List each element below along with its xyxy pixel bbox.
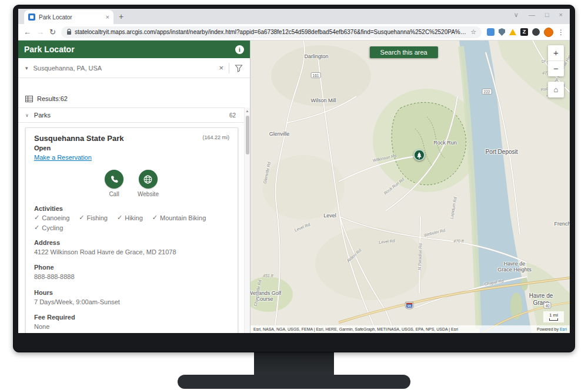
place-label: Glenville [269, 131, 290, 137]
esri-link[interactable]: Esri [560, 327, 567, 331]
reservation-link[interactable]: Make a Reservation [34, 154, 92, 161]
phone-icon[interactable] [105, 170, 123, 189]
scale-line [549, 318, 558, 321]
address-value: 4122 Wilkinson Road Havre de Grace, MD 2… [34, 248, 229, 256]
call-action[interactable]: Call [105, 170, 123, 197]
place-label: Port Deposit [485, 149, 517, 155]
z-extension-icon[interactable]: Z [520, 28, 528, 36]
tab-title: Park Locator [39, 14, 102, 21]
back-icon[interactable]: ← [24, 28, 31, 36]
zoom-out-button[interactable]: − [548, 61, 564, 76]
chevron-down-icon: ∨ [25, 113, 29, 118]
app-content: Park Locator i ▾ × Results:62 [18, 41, 570, 333]
activity-item: ✓Mountain Biking [152, 214, 206, 221]
scroll-up-icon[interactable]: ▲ [245, 109, 250, 113]
panel-scrollbar[interactable]: ▲ [244, 107, 250, 333]
filter-icon[interactable] [235, 64, 243, 72]
app-header: Park Locator i [18, 41, 250, 58]
scrollbar-thumb[interactable] [246, 116, 249, 154]
route-shield: 161 [311, 72, 321, 78]
parks-group-count: 62 [229, 112, 243, 119]
home-extent-button[interactable]: ⌂ [548, 82, 564, 98]
park-result-card[interactable]: Susquehanna State Park (164.22 mi) Open … [25, 127, 238, 333]
phone-value: 888-888-8888 [34, 273, 229, 281]
fee-section: Fee Required None [34, 314, 229, 331]
elevation-label: 451 ft [263, 274, 273, 278]
tab-close-icon[interactable]: × [106, 14, 109, 21]
zoom-control: + − [548, 45, 564, 76]
parks-group-label: Parks [34, 112, 224, 119]
address-section: Address 4122 Wilkinson Road Havre de Gra… [34, 239, 229, 256]
results-count-label: Results:62 [37, 95, 68, 102]
paw-extension-icon[interactable] [532, 28, 540, 36]
place-label: Wilson Mill [310, 98, 336, 103]
check-icon: ✓ [79, 214, 84, 221]
check-icon: ✓ [117, 214, 122, 221]
browser-window: Park Locator × + ∨ — □ × ← → ↻ stateloca… [18, 9, 570, 333]
place-label: Darlington [304, 53, 328, 59]
close-icon[interactable]: × [559, 12, 563, 18]
monitor-stand-neck [254, 350, 334, 377]
tab-favicon-icon [28, 14, 35, 21]
park-distance: (164.22 mi) [202, 134, 229, 140]
bookmark-star-icon[interactable]: ☆ [470, 28, 476, 36]
shield-extension-icon[interactable] [499, 28, 505, 36]
new-tab-button[interactable]: + [119, 12, 123, 21]
monitor-frame: Park Locator × + ∨ — □ × ← → ↻ stateloca… [13, 5, 575, 352]
phone-heading: Phone [34, 264, 229, 271]
url-text: statelocaltryit.maps.arcgis.com/apps/ins… [75, 29, 467, 35]
website-action[interactable]: Website [138, 170, 159, 197]
scale-bar: 1 mi [543, 311, 564, 322]
card-actions: Call Website [34, 170, 229, 197]
check-icon: ✓ [34, 214, 39, 221]
activity-label: Canoeing [42, 214, 69, 221]
activities-section: Activities ✓Canoeing ✓Fishing ✓Hiking ✓M… [34, 205, 229, 231]
warning-extension-icon[interactable] [509, 29, 516, 35]
app-title: Park Locator [24, 45, 75, 54]
browser-tabstrip: Park Locator × + ∨ — □ × [18, 9, 570, 24]
phone-section: Phone 888-888-8888 [34, 264, 229, 281]
fee-heading: Fee Required [34, 314, 229, 321]
activity-item: ✓Fishing [79, 214, 108, 221]
place-label: Frenchtown [554, 221, 570, 227]
profile-avatar[interactable] [544, 28, 553, 37]
activity-item: ✓Cycling [34, 224, 63, 231]
monitor-stand-base [178, 375, 410, 389]
minimize-icon[interactable]: — [529, 12, 535, 18]
extension-icon[interactable] [487, 28, 495, 36]
powered-by: Powered by Esri [537, 325, 567, 333]
parks-group-header[interactable]: ∨ Parks 62 [18, 107, 250, 123]
check-icon: ✓ [34, 224, 39, 231]
search-dropdown-caret-icon[interactable]: ▾ [25, 65, 28, 71]
map-canvas[interactable]: Darlington Wilson Mill Glenville Rock Ru… [250, 41, 570, 333]
map-attribution: Esri, NASA, NGA, USGS, FEMA | Esri, HERE… [250, 325, 570, 333]
globe-icon[interactable] [139, 170, 158, 189]
search-this-area-button[interactable]: Search this area [370, 46, 438, 58]
route-shield: 222 [482, 89, 492, 95]
park-map-marker[interactable] [413, 149, 425, 161]
browser-tab[interactable]: Park Locator × [24, 10, 113, 24]
search-input[interactable] [34, 65, 214, 72]
address-heading: Address [34, 239, 229, 246]
hours-heading: Hours [34, 289, 229, 296]
maximize-icon[interactable]: □ [545, 12, 549, 18]
search-clear-icon[interactable]: × [219, 63, 223, 72]
window-controls: ∨ — □ × [514, 12, 563, 18]
fee-value: None [34, 322, 229, 331]
place-label: Rock Run [433, 140, 457, 146]
refresh-icon[interactable]: ↻ [49, 28, 56, 36]
zoom-in-button[interactable]: + [548, 45, 564, 60]
tab-search-icon[interactable]: ∨ [514, 12, 519, 18]
browser-menu-icon[interactable]: ⋮ [557, 28, 564, 36]
address-bar[interactable]: statelocaltryit.maps.arcgis.com/apps/ins… [61, 26, 482, 38]
activity-label: Cycling [42, 224, 63, 231]
check-icon: ✓ [152, 214, 158, 221]
place-label: Havre de Grace [523, 292, 559, 306]
browser-navbar: ← → ↻ statelocaltryit.maps.arcgis.com/ap… [18, 24, 570, 41]
search-bar: ▾ × [18, 58, 250, 78]
website-label: Website [138, 191, 159, 197]
elevation-label: 470 ft [453, 239, 464, 243]
tree-icon [416, 152, 423, 159]
map-artwork [250, 41, 570, 333]
info-icon[interactable]: i [235, 45, 244, 54]
